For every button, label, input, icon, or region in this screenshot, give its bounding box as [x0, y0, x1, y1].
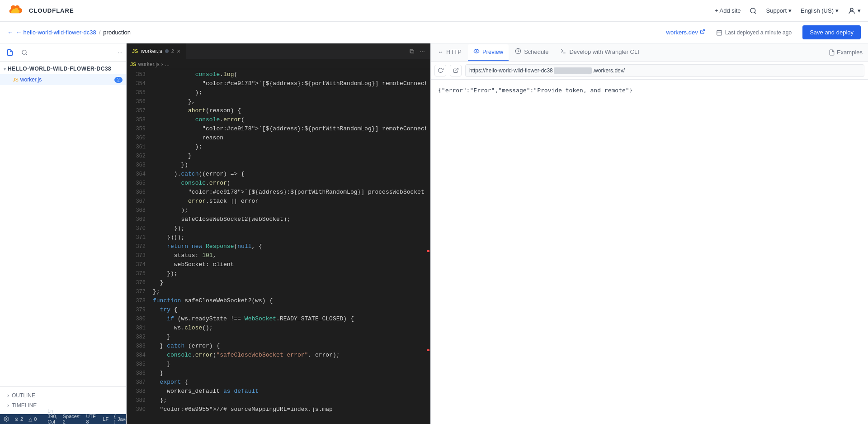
back-link[interactable]: ← ← hello-world-wild-flower-dc38 [7, 29, 96, 36]
file-tree-item-workerjs[interactable]: JS worker.js 2 [0, 74, 126, 85]
preview-bar: https://hello-world-wild-flower-dc38████… [431, 62, 868, 80]
timeline-section[interactable]: › TIMELINE [4, 400, 123, 410]
code-line[interactable]: return new Response(null, { [153, 242, 422, 251]
code-editor[interactable]: 3533543553563573583593603613623633643653… [127, 69, 430, 424]
tab-http[interactable]: ↔ HTTP [433, 44, 467, 61]
code-line[interactable]: workers_default as default [153, 387, 422, 396]
code-line[interactable]: }) [153, 161, 422, 170]
save-deploy-button[interactable]: Save and deploy [802, 25, 861, 39]
js-tab-icon: JS [132, 48, 138, 54]
support-link[interactable]: Support ▾ [766, 7, 792, 14]
examples-link[interactable]: Examples [825, 49, 866, 56]
tab-http-label: HTTP [446, 48, 462, 55]
line-number: 376 [128, 278, 146, 287]
code-line[interactable]: } [153, 360, 422, 369]
editor-more-button[interactable]: ··· [418, 47, 427, 56]
code-line[interactable]: ws.close(); [153, 324, 422, 333]
code-line[interactable]: } [153, 333, 422, 342]
code-line[interactable]: console.error("safeCloseWebSocket error"… [153, 351, 422, 360]
file-tree: ▾ HELLO-WORLD-WILD-FLOWER-DC38 JS worker… [0, 62, 126, 386]
split-editor-button[interactable]: ⧉ [408, 47, 416, 56]
minimap-marker-2 [427, 349, 429, 351]
language-selector[interactable]: English (US) ▾ [801, 7, 839, 14]
gear-status-btn[interactable] [4, 416, 9, 422]
editor-area: JS worker.js 2 × ⧉ ··· JS worker.js › ..… [127, 43, 430, 424]
code-content[interactable]: console.log( "color:#ce9178">`[${address… [149, 69, 426, 424]
open-external-button[interactable] [450, 65, 462, 76]
code-line[interactable]: error.stack || error [153, 197, 422, 206]
left-sidebar: ··· ▾ HELLO-WORLD-WILD-FLOWER-DC38 JS wo… [0, 43, 127, 424]
tab-wrangler[interactable]: Develop with Wrangler CLI [555, 44, 644, 61]
code-line[interactable]: webSocket: client [153, 260, 422, 269]
warnings-status[interactable]: △⚠ 00 [28, 416, 37, 422]
code-line[interactable]: if (ws.readyState !== WebSocket.READY_ST… [153, 314, 422, 324]
code-line[interactable]: }; [153, 396, 422, 405]
code-line[interactable]: }); [153, 269, 422, 278]
breadcrumb-js-icon: JS [130, 62, 136, 67]
code-line[interactable]: ); [153, 88, 422, 97]
workers-dev-link[interactable]: workers.dev [666, 29, 705, 36]
code-line[interactable]: } [153, 152, 422, 161]
tab-wrangler-label: Develop with Wrangler CLI [569, 48, 639, 55]
code-line[interactable]: } [153, 278, 422, 287]
search-sidebar-icon-btn[interactable] [18, 46, 31, 59]
line-number: 388 [128, 387, 146, 396]
breadcrumb-current: production [103, 29, 131, 36]
code-line[interactable]: "color:#ce9178">`[${address}:${portWithR… [153, 188, 422, 197]
code-line[interactable]: "color:#ce9178">`[${address}:${portWithR… [153, 124, 422, 133]
code-line[interactable]: status: 101, [153, 251, 422, 260]
refresh-button[interactable] [434, 65, 446, 76]
add-site-button[interactable]: + Add site [715, 7, 741, 14]
svg-point-7 [22, 50, 26, 54]
project-name-link[interactable]: ← hello-world-wild-flower-dc38 [16, 29, 96, 36]
tab-schedule[interactable]: Schedule [509, 44, 554, 61]
code-line[interactable]: })(); [153, 233, 422, 242]
sidebar-more-button[interactable]: ··· [118, 49, 123, 56]
preview-url-input[interactable]: https://hello-world-wild-flower-dc38████… [465, 64, 864, 77]
code-line[interactable]: safeCloseWebSocket2(webSocket); [153, 215, 422, 224]
code-line[interactable]: abort(reason) { [153, 106, 422, 115]
indentation-status[interactable]: Spaces: 2 [63, 414, 81, 424]
code-line[interactable]: } catch (error) { [153, 342, 422, 351]
code-line[interactable]: console.error( [153, 115, 422, 124]
eol-status[interactable]: LF [103, 416, 108, 422]
line-number: 371 [128, 233, 146, 242]
code-line[interactable]: "color:#ce9178">`[${address}:${portWithR… [153, 79, 422, 88]
tab-close-button[interactable]: × [177, 48, 180, 54]
tab-preview[interactable]: Preview [468, 44, 509, 61]
search-icon[interactable] [750, 7, 757, 14]
code-line[interactable]: console.log( [153, 70, 422, 79]
encoding-status[interactable]: UTF-8 [86, 414, 97, 424]
cloudflare-logo[interactable]: CLOUDFLARE [7, 5, 74, 17]
timeline-label: TIMELINE [12, 402, 37, 409]
line-number: 362 [128, 152, 146, 161]
code-line[interactable]: export { [153, 378, 422, 387]
files-icon-btn[interactable] [4, 46, 16, 59]
code-line[interactable]: } [153, 369, 422, 378]
code-line[interactable]: ); [153, 143, 422, 152]
code-line[interactable]: ); [153, 206, 422, 215]
svg-point-1 [850, 8, 853, 11]
editor-tab-workerjs[interactable]: JS worker.js 2 × [127, 43, 186, 59]
line-number: 384 [128, 351, 146, 360]
code-line[interactable]: ).catch((error) => { [153, 170, 422, 179]
cursor-position: Ln 390, Col 34 [47, 408, 57, 424]
chevron-right-icon: › [7, 392, 9, 399]
code-line[interactable]: "color:#6a9955">//# sourceMappingURL=ind… [153, 405, 422, 414]
code-line[interactable]: }; [153, 287, 422, 296]
sidebar-bottom: › OUTLINE › TIMELINE [0, 386, 126, 414]
line-number: 390 [128, 405, 146, 414]
preview-response-text: {"error":"Error","message":"Provide toke… [438, 87, 632, 94]
code-line[interactable]: try { [153, 305, 422, 314]
user-menu[interactable]: ▾ [848, 7, 861, 15]
code-line[interactable]: reason [153, 133, 422, 143]
code-line[interactable]: }, [153, 97, 422, 106]
outline-section[interactable]: › OUTLINE [4, 391, 123, 400]
line-number: 353 [128, 70, 146, 79]
errors-status[interactable]: ⊗2 [14, 416, 23, 422]
code-line[interactable]: console.error( [153, 179, 422, 188]
tree-section-header[interactable]: ▾ HELLO-WORLD-WILD-FLOWER-DC38 [0, 63, 126, 74]
code-line[interactable]: function safeCloseWebSocket2(ws) { [153, 296, 422, 305]
code-line[interactable]: }); [153, 224, 422, 233]
line-number: 365 [128, 179, 146, 188]
